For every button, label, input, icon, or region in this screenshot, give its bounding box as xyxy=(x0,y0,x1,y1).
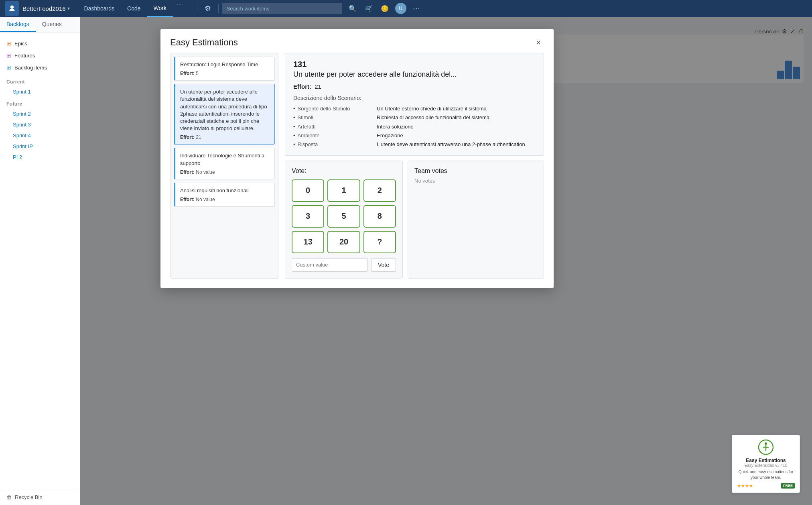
work-items-panel: Restriction::Login Response Time Effort:… xyxy=(170,53,278,279)
project-dropdown-icon[interactable]: ▾ xyxy=(67,6,70,11)
basket-icon[interactable]: 🛒 xyxy=(363,3,374,14)
modal-easy-estimations: Easy Estimations × Restriction::Login Re… xyxy=(160,29,554,288)
scenario-key-0: Sorgente dello Stimolo xyxy=(293,104,374,113)
nav-more[interactable]: ... xyxy=(173,0,186,17)
vote-btn-5[interactable]: 8 xyxy=(363,205,396,228)
more-options-icon[interactable]: ⋯ xyxy=(413,4,420,13)
scenario-key-4: Risposta xyxy=(293,140,374,149)
app-logo[interactable] xyxy=(5,1,19,16)
settings-icon[interactable]: ⚙ xyxy=(201,4,215,13)
scenario-val-3: Erogazione xyxy=(377,131,536,140)
features-icon: ⊞ xyxy=(6,52,11,59)
vote-btn-3[interactable]: 3 xyxy=(292,205,324,228)
vote-btn-1[interactable]: 1 xyxy=(327,179,360,202)
recycle-bin-label: Recycle Bin xyxy=(15,494,43,500)
effort-value-0: 5 xyxy=(196,71,199,76)
nav-work[interactable]: Work xyxy=(147,0,173,17)
info-box-subtitle: Easy Extensions v3.410 xyxy=(737,463,795,468)
sidebar-item-pi2[interactable]: PI 2 xyxy=(0,152,80,163)
work-item-card-1[interactable]: Un utente per poter accedere alle funzio… xyxy=(174,84,275,145)
team-votes-title: Team votes xyxy=(414,167,537,175)
detail-effort-value: 21 xyxy=(315,83,321,90)
effort-label-0: Effort: xyxy=(180,71,195,76)
tab-queries[interactable]: Queries xyxy=(36,17,68,32)
modal-close-button[interactable]: × xyxy=(533,37,544,48)
modal-header: Easy Estimations × xyxy=(160,29,554,53)
features-label: Features xyxy=(14,53,35,59)
scenario-row-3: Ambiente Erogazione xyxy=(293,131,536,140)
project-name[interactable]: BetterFood2016 xyxy=(22,5,66,12)
info-box: Easy Estimations Easy Extensions v3.410 … xyxy=(732,435,800,493)
work-item-title-0: Restriction::Login Response Time xyxy=(180,61,270,68)
vote-btn-6[interactable]: 13 xyxy=(292,231,324,253)
sidebar-item-sprint3[interactable]: Sprint 3 xyxy=(0,119,80,130)
work-item-card-2[interactable]: Individuare Tecnologie e Strumenti a sup… xyxy=(174,148,275,179)
scenario-val-1: Richiesta di accesso alle funzionalità d… xyxy=(377,113,536,122)
detail-id: 131 xyxy=(293,60,536,69)
bottom-panels: Vote: 0 1 2 3 5 8 13 20 ? xyxy=(285,161,544,279)
sidebar-item-sprint1[interactable]: Sprint 1 xyxy=(0,86,80,97)
user-avatar[interactable]: U xyxy=(395,3,406,14)
vote-title: Vote: xyxy=(292,167,396,175)
right-icons: 🔍 🛒 😊 U ⋯ xyxy=(347,3,420,14)
face-icon[interactable]: 😊 xyxy=(379,3,390,14)
info-box-stars: ★★★★ xyxy=(737,483,753,489)
detail-name: Un utente per poter accedere alle funzio… xyxy=(293,70,536,79)
sidebar-item-sprint-ip[interactable]: Sprint IP xyxy=(0,141,80,152)
epics-label: Epics xyxy=(14,41,27,47)
content-area: Person All ⚙ ⤢ ⏱ Easy Estimations × xyxy=(80,17,812,505)
vote-panel: Vote: 0 1 2 3 5 8 13 20 ? xyxy=(285,161,403,279)
work-item-effort-3: Effort: No value xyxy=(180,197,270,202)
scenario-val-4: L'utente deve autenticarsi attraverso un… xyxy=(377,140,536,149)
vote-grid: 0 1 2 3 5 8 13 20 ? xyxy=(292,179,396,253)
sidebar-item-sprint2[interactable]: Sprint 2 xyxy=(0,108,80,119)
scenario-key-2: Artefatti xyxy=(293,122,374,131)
sidebar-item-backlog[interactable]: ⊞ Backlog items xyxy=(0,61,80,73)
tab-backlogs[interactable]: Backlogs xyxy=(0,17,36,32)
work-item-effort-0: Effort: 5 xyxy=(180,71,270,76)
effort-value-3: No value xyxy=(196,197,215,202)
search-input[interactable] xyxy=(222,3,342,14)
effort-label-2: Effort: xyxy=(180,169,195,175)
team-votes-panel: Team votes No votes xyxy=(408,161,544,279)
detail-scenario-label: Descrizione dello Scenario: xyxy=(293,95,536,101)
info-box-free-badge: FREE xyxy=(781,483,795,489)
top-navigation: BetterFood2016 ▾ Dashboards Code Work ..… xyxy=(0,0,812,17)
sidebar-item-epics[interactable]: ⊞ Epics xyxy=(0,37,80,49)
nav-dashboards[interactable]: Dashboards xyxy=(78,0,121,17)
vote-btn-0[interactable]: 0 xyxy=(292,179,324,202)
info-box-footer: ★★★★ FREE xyxy=(737,483,795,489)
sidebar-item-recycle-bin[interactable]: 🗑 Recycle Bin xyxy=(0,489,80,505)
nav-links: Dashboards Code Work ... xyxy=(78,0,186,17)
nav-code[interactable]: Code xyxy=(121,0,147,17)
future-section-label: Future xyxy=(0,97,80,108)
sidebar-tabs: Backlogs Queries xyxy=(0,17,80,33)
sidebar-item-sprint4[interactable]: Sprint 4 xyxy=(0,130,80,141)
work-item-title-3: Analisi requisiti non funzionali xyxy=(180,187,270,194)
right-panel: 131 Un utente per poter accedere alle fu… xyxy=(285,53,544,279)
work-item-effort-2: Effort: No value xyxy=(180,169,270,175)
info-box-logo xyxy=(737,439,795,455)
vote-btn-7[interactable]: 20 xyxy=(327,231,360,253)
custom-value-input[interactable] xyxy=(292,258,368,272)
work-item-title-2: Individuare Tecnologie e Strumenti a sup… xyxy=(180,152,270,167)
scenario-key-1: Stimoli xyxy=(293,113,374,122)
effort-value-2: No value xyxy=(196,169,215,175)
info-box-title: Easy Estimations xyxy=(737,458,795,463)
work-item-effort-1: Effort: 21 xyxy=(180,134,270,140)
scenario-row-4: Risposta L'utente deve autenticarsi attr… xyxy=(293,140,536,149)
vote-submit-button[interactable]: Vote xyxy=(371,258,396,272)
scenario-row-2: Artefatti Intera soluzione xyxy=(293,122,536,131)
scenario-val-2: Intera soluzione xyxy=(377,122,536,131)
nav-divider-2 xyxy=(218,4,219,13)
vote-btn-8[interactable]: ? xyxy=(363,231,396,253)
work-item-card-3[interactable]: Analisi requisiti non funzionali Effort:… xyxy=(174,183,275,207)
scenario-row-0: Sorgente dello Stimolo Un Utente esterno… xyxy=(293,104,536,113)
sidebar-item-features[interactable]: ⊞ Features xyxy=(0,49,80,61)
vote-btn-4[interactable]: 5 xyxy=(327,205,360,228)
vote-btn-2[interactable]: 2 xyxy=(363,179,396,202)
search-icon[interactable]: 🔍 xyxy=(347,3,358,14)
work-item-card-0[interactable]: Restriction::Login Response Time Effort:… xyxy=(174,57,275,81)
detail-effort-label: Effort: xyxy=(293,83,311,90)
backlog-label: Backlog items xyxy=(14,65,47,71)
